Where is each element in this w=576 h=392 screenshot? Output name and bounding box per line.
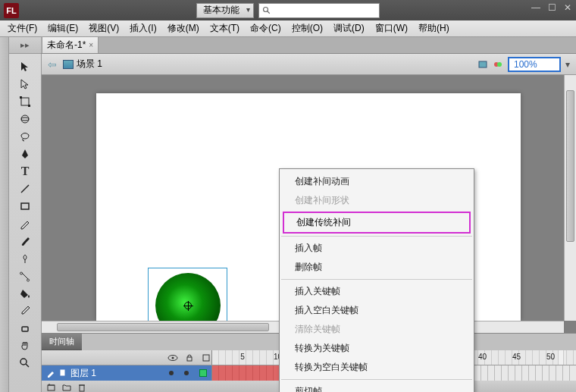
- document-tab-label: 未命名-1*: [47, 39, 86, 52]
- menu-help[interactable]: 帮助(H): [418, 22, 449, 35]
- menu-insert-keyframe[interactable]: 插入关键帧: [280, 282, 474, 301]
- left-rail: [0, 37, 9, 392]
- layer-name: 图层 1: [70, 367, 96, 380]
- search-box[interactable]: [258, 3, 380, 18]
- menu-debug[interactable]: 调试(D): [333, 22, 365, 35]
- zoom-level[interactable]: 100%: [508, 57, 561, 72]
- menu-text[interactable]: 文本(T): [210, 22, 239, 35]
- pencil-tool[interactable]: [14, 215, 36, 232]
- bone-tool[interactable]: [14, 268, 36, 284]
- separator: [281, 236, 472, 237]
- menu-create-shape-tween: 创建补间形状: [280, 191, 474, 210]
- menu-window[interactable]: 窗口(W): [375, 22, 408, 35]
- search-input[interactable]: [271, 6, 370, 15]
- outline-icon[interactable]: [201, 353, 211, 363]
- zoom-tool[interactable]: [14, 355, 36, 372]
- svg-rect-19: [60, 369, 65, 376]
- menu-file[interactable]: 文件(F): [8, 22, 37, 35]
- lasso-tool[interactable]: [14, 128, 36, 145]
- minimize-button[interactable]: —: [531, 2, 540, 13]
- menu-edit[interactable]: 编辑(E): [48, 22, 78, 35]
- menu-create-motion-tween[interactable]: 创建补间动画: [280, 172, 474, 191]
- menu-view[interactable]: 视图(V): [89, 22, 119, 35]
- menu-convert-to-blank-keyframes[interactable]: 转换为空白关键帧: [280, 358, 474, 377]
- track-divider: [558, 350, 564, 365]
- close-tab-button[interactable]: ×: [89, 41, 93, 49]
- toolbox-header[interactable]: ▸▸: [9, 37, 41, 54]
- edit-symbols-icon[interactable]: [493, 59, 503, 70]
- rectangle-tool[interactable]: [14, 198, 36, 215]
- menu-commands[interactable]: 命令(C): [250, 22, 281, 35]
- menu-modify[interactable]: 修改(M): [167, 22, 199, 35]
- eye-icon[interactable]: [167, 353, 178, 363]
- timeline-panel-tab[interactable]: 时间轴: [42, 334, 82, 350]
- svg-point-5: [21, 115, 29, 123]
- layer-visible-dot[interactable]: [169, 371, 174, 375]
- context-menu: 创建补间动画 创建补间形状 创建传统补间 插入帧 删除帧 插入关键帧 插入空白关…: [279, 168, 474, 392]
- svg-point-16: [172, 356, 174, 359]
- paint-bucket-tool[interactable]: [14, 285, 36, 302]
- svg-rect-9: [22, 327, 28, 331]
- titlebar: FL 基本功能 — ☐ ✕: [0, 0, 576, 20]
- menu-convert-to-keyframes[interactable]: 转换为关键帧: [280, 339, 474, 358]
- free-transform-tool[interactable]: [14, 93, 36, 110]
- scrollbar-horizontal-thumb[interactable]: [57, 323, 269, 331]
- close-button[interactable]: ✕: [564, 2, 571, 13]
- svg-rect-12: [479, 61, 487, 67]
- selection-tool[interactable]: [14, 58, 36, 75]
- line-tool[interactable]: [14, 180, 36, 197]
- edit-scene-icon[interactable]: [477, 59, 488, 70]
- separator: [281, 379, 472, 380]
- menu-insert-blank-keyframe[interactable]: 插入空白关键帧: [280, 301, 474, 320]
- scrollbar-vertical-thumb[interactable]: [566, 90, 574, 242]
- svg-point-0: [264, 7, 268, 11]
- subselection-tool[interactable]: [14, 76, 36, 93]
- layer-outline-swatch[interactable]: [199, 369, 207, 377]
- eyedropper-tool[interactable]: [14, 303, 36, 319]
- hand-tool[interactable]: [14, 337, 36, 354]
- menu-clear-keyframe: 清除关键帧: [280, 320, 474, 339]
- lock-icon[interactable]: [184, 353, 195, 363]
- maximize-button[interactable]: ☐: [548, 2, 556, 13]
- svg-rect-20: [48, 385, 55, 390]
- menu-remove-frames[interactable]: 删除帧: [280, 258, 474, 277]
- svg-rect-2: [21, 98, 29, 105]
- new-folder-button[interactable]: [61, 382, 72, 392]
- scene-icon: [63, 60, 74, 69]
- svg-point-6: [21, 118, 29, 121]
- layer-header-controls: [42, 350, 212, 365]
- document-tab[interactable]: 未命名-1* ×: [42, 36, 99, 53]
- svg-point-10: [20, 359, 27, 365]
- menubar: 文件(F) 编辑(E) 视图(V) 插入(I) 修改(M) 文本(T) 命令(C…: [0, 20, 576, 37]
- svg-point-14: [497, 62, 502, 67]
- zoom-dropdown-icon[interactable]: ▾: [565, 59, 570, 70]
- 3d-rotation-tool[interactable]: [14, 111, 36, 127]
- scene-name: 场景 1: [77, 58, 102, 71]
- svg-rect-8: [21, 203, 29, 209]
- menu-create-classic-tween[interactable]: 创建传统补间: [283, 212, 471, 234]
- layer-name-cell[interactable]: 图层 1: [42, 365, 212, 381]
- svg-rect-21: [80, 385, 84, 391]
- svg-rect-3: [20, 96, 22, 99]
- deco-tool[interactable]: [14, 250, 36, 267]
- menu-cut-frames[interactable]: 剪切帧: [280, 382, 474, 392]
- back-arrow-icon[interactable]: ⇦: [48, 58, 57, 71]
- menu-insert[interactable]: 插入(I): [130, 22, 156, 35]
- document-tabs: 未命名-1* ×: [0, 37, 576, 54]
- scene-bar: ⇦ 场景 1 100% ▾: [42, 54, 576, 75]
- registration-point-icon: [184, 302, 192, 309]
- svg-line-11: [26, 364, 29, 367]
- menu-control[interactable]: 控制(O): [292, 22, 323, 35]
- scrollbar-vertical[interactable]: [564, 75, 576, 321]
- text-tool[interactable]: T: [14, 163, 36, 180]
- layer-lock-dot[interactable]: [184, 371, 189, 375]
- svg-rect-18: [203, 355, 209, 361]
- delete-layer-button[interactable]: [77, 382, 87, 392]
- new-layer-button[interactable]: [46, 382, 57, 392]
- brush-tool[interactable]: [14, 233, 36, 249]
- menu-insert-frame[interactable]: 插入帧: [280, 239, 474, 258]
- pen-tool[interactable]: [14, 146, 36, 162]
- eraser-tool[interactable]: [14, 320, 36, 337]
- workspace-selector[interactable]: 基本功能: [196, 3, 254, 18]
- separator: [281, 279, 472, 280]
